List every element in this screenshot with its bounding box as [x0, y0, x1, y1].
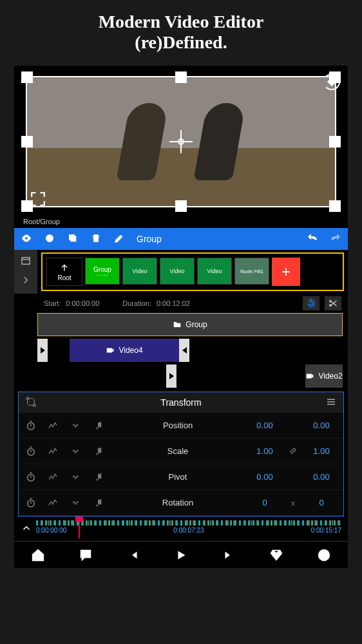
edit-icon[interactable]	[113, 232, 125, 246]
start-label: Start:	[44, 299, 61, 307]
time-label: 0:00:15:17	[311, 527, 341, 534]
resize-handle-r[interactable]	[329, 136, 341, 147]
track-expand-handle[interactable]	[37, 339, 48, 362]
svg-point-5	[330, 305, 332, 307]
property-row: Position0.000.00	[19, 413, 343, 439]
graph-icon[interactable]	[44, 472, 61, 482]
video-content	[193, 103, 245, 180]
wave-icon[interactable]	[68, 472, 84, 482]
help-icon[interactable]	[316, 547, 332, 563]
next-frame-icon[interactable]	[221, 547, 236, 563]
timeline-ruler[interactable]: 0:00:00:00 0:00:07:23 0:00:15:17	[36, 520, 341, 538]
video-content	[116, 103, 168, 180]
add-media-button[interactable]: +	[272, 258, 300, 286]
undo-icon[interactable]	[307, 232, 318, 246]
reset-icon[interactable]	[303, 296, 319, 310]
resize-handle-l[interactable]	[21, 136, 33, 147]
property-value-y[interactable]: 0.00	[305, 472, 338, 482]
start-value: 0:00:00:00	[66, 299, 99, 307]
visibility-icon[interactable]	[21, 232, 32, 246]
thumb-group[interactable]: Group ●●●●●	[85, 258, 120, 285]
clip-group[interactable]: Group	[37, 313, 343, 336]
wave-icon[interactable]	[68, 498, 84, 508]
svg-rect-7	[307, 374, 312, 379]
home-icon[interactable]	[30, 547, 46, 563]
anchor-point-icon[interactable]	[173, 134, 189, 149]
edit-toolbar: Group	[14, 228, 348, 250]
resize-handle-tl[interactable]	[21, 71, 33, 83]
graph-icon[interactable]	[44, 446, 61, 457]
panel-icon[interactable]	[20, 255, 32, 269]
preview-viewport[interactable]	[21, 72, 341, 211]
property-name: Position	[114, 421, 242, 430]
property-row: Rotation0x0	[19, 490, 343, 516]
wave-icon[interactable]	[68, 446, 84, 457]
wave-icon[interactable]	[68, 421, 84, 431]
clip-video2[interactable]: Video2	[305, 365, 343, 388]
track-row: Video2	[37, 365, 343, 388]
play-icon[interactable]	[173, 547, 189, 563]
diamond-icon[interactable]	[269, 547, 284, 563]
graph-icon[interactable]	[44, 421, 61, 431]
prev-frame-icon[interactable]	[126, 547, 141, 563]
fullscreen-icon[interactable]	[30, 191, 46, 210]
resize-handle-t[interactable]	[175, 71, 187, 83]
resize-handle-b[interactable]	[175, 200, 187, 212]
panel-title: Transform	[37, 397, 325, 408]
track-row: Group	[37, 313, 343, 336]
thumb-video[interactable]: Video	[160, 258, 195, 285]
svg-rect-6	[107, 348, 112, 353]
svg-rect-9	[33, 404, 35, 406]
comment-icon[interactable]	[78, 547, 93, 563]
property-value-y[interactable]: 1.00	[305, 446, 338, 456]
root-button[interactable]: Root	[46, 258, 82, 286]
time-label: 0:00:07:23	[173, 527, 204, 534]
property-row: Pivot0.000.00	[19, 464, 343, 490]
clip-video4[interactable]: Video4	[70, 339, 179, 362]
music-note-icon[interactable]	[91, 421, 108, 431]
property-value-x[interactable]: 0.00	[248, 421, 281, 430]
property-value-x[interactable]: 0.00	[248, 472, 281, 482]
redo-icon[interactable]	[330, 232, 341, 246]
stopwatch-icon[interactable]	[24, 444, 38, 459]
scissors-icon[interactable]	[325, 296, 341, 310]
selection-bounds[interactable]	[26, 76, 336, 207]
property-value-x[interactable]: 1.00	[248, 446, 281, 456]
thumb-video[interactable]: Video	[122, 258, 157, 285]
trash-icon[interactable]	[90, 232, 102, 246]
stopwatch-icon[interactable]	[24, 496, 38, 510]
music-note-icon[interactable]	[91, 498, 108, 508]
rotate-handle[interactable]	[323, 73, 340, 90]
stopwatch-icon[interactable]	[24, 419, 38, 433]
playhead[interactable]	[79, 520, 80, 538]
thumb-video[interactable]: Video	[197, 258, 232, 285]
time-label: 0:00:00:00	[36, 527, 66, 534]
menu-icon[interactable]	[325, 396, 337, 410]
graph-icon[interactable]	[44, 498, 61, 508]
track-row: Video4	[37, 339, 343, 362]
thumb-nodefill[interactable]: Node Fill1	[234, 258, 269, 285]
track-expand-handle[interactable]	[179, 339, 189, 362]
media-bin: Root Group ●●●●● Video Video Video Node …	[41, 252, 344, 291]
svg-rect-3	[22, 258, 30, 265]
chevron-right-icon[interactable]	[20, 274, 32, 289]
property-value-y[interactable]: 0.00	[305, 421, 338, 430]
app-frame: Root/Group Group Root Group ●●●●● Video	[14, 66, 348, 568]
keyframe-path-icon[interactable]	[25, 396, 37, 410]
chevron-up-icon[interactable]	[21, 522, 32, 536]
property-name: Pivot	[114, 472, 242, 482]
value-separator: x	[288, 499, 298, 507]
property-value-x[interactable]: 0	[248, 498, 281, 507]
copy-icon[interactable]	[67, 232, 79, 246]
value-separator	[288, 446, 298, 457]
track-expand-handle[interactable]	[166, 365, 176, 388]
property-value-y[interactable]: 0	[305, 498, 338, 507]
circle-icon[interactable]	[44, 232, 55, 246]
stopwatch-icon[interactable]	[24, 470, 38, 484]
resize-handle-br[interactable]	[329, 200, 341, 212]
music-note-icon[interactable]	[91, 472, 108, 482]
property-row: Scale1.001.00	[19, 439, 343, 464]
music-note-icon[interactable]	[91, 446, 108, 457]
svg-rect-8	[26, 397, 28, 399]
property-name: Scale	[114, 446, 242, 456]
